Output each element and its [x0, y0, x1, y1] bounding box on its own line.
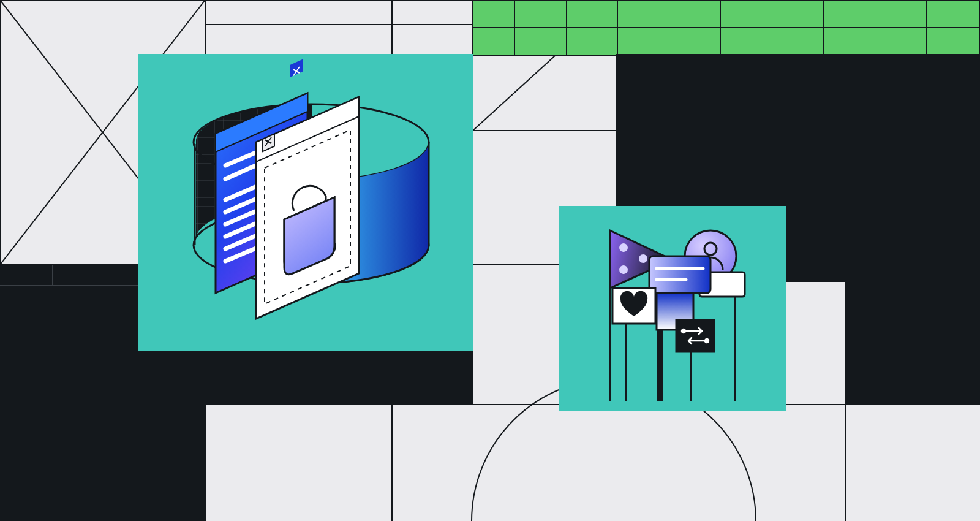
svg-rect-51 — [649, 256, 710, 293]
loop-flag — [676, 320, 714, 352]
abstract-illustration — [0, 0, 980, 521]
svg-point-48 — [639, 254, 647, 263]
black-block-notch — [845, 282, 980, 405]
svg-rect-55 — [676, 320, 714, 352]
heart-flag — [612, 288, 655, 324]
svg-point-57 — [705, 339, 709, 343]
black-block-mid — [205, 351, 473, 405]
teal-panel-right — [559, 206, 786, 411]
speech-flag — [649, 256, 710, 293]
teal-panel-left — [138, 54, 473, 351]
svg-point-56 — [682, 329, 685, 333]
svg-point-47 — [619, 265, 628, 274]
svg-point-46 — [619, 243, 628, 252]
green-grid-block — [473, 0, 980, 55]
